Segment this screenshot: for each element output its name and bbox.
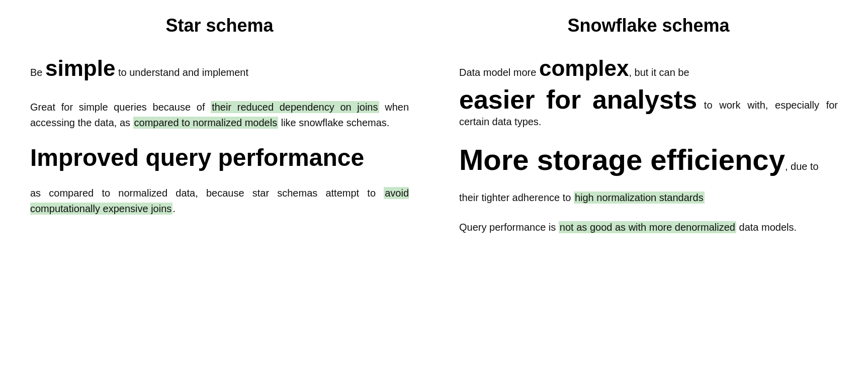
snowflake-block3-text: their tighter adherence to high normaliz… <box>459 190 838 206</box>
star-schema-column: Star schema Be simple to understand and … <box>0 0 434 377</box>
star-block2-after: like snowflake schemas. <box>278 117 389 128</box>
star-block1-emphasis: simple <box>45 56 115 80</box>
star-block2-highlight1: their reduced dependency on joins <box>211 101 379 113</box>
snowflake-block2-suffix: , due to <box>785 161 819 172</box>
star-block4-after: . <box>172 203 176 214</box>
star-block2-highlight2: compared to normalized models <box>133 117 279 129</box>
snowflake-section-3: their tighter adherence to high normaliz… <box>459 190 838 206</box>
snowflake-block1-text: Data model more complex, but it can be e… <box>459 51 838 130</box>
snowflake-section-2: More storage efficiency, due to <box>459 144 838 176</box>
snowflake-block1-emphasis: complex <box>539 56 629 80</box>
snowflake-block4-highlight: not as good as with more denormalized <box>559 221 736 233</box>
snowflake-block4-after: data models. <box>736 222 797 233</box>
snowflake-block3-highlight: high normalization standards <box>574 192 705 204</box>
star-block2-text: Great for simple queries because of thei… <box>30 100 409 131</box>
snowflake-block1-suffix: , but it can be <box>629 67 689 78</box>
star-block4-text: as compared to normalized data, because … <box>30 185 409 217</box>
star-schema-title: Star schema <box>30 15 409 36</box>
star-section-2: Great for simple queries because of thei… <box>30 100 409 131</box>
snowflake-block1b-emphasis: easier for analysts <box>459 85 697 114</box>
snowflake-block3-before: their tighter adherence to <box>459 192 574 203</box>
snowflake-block4-before: Query performance is <box>459 222 559 233</box>
snowflake-schema-column: Snowflake schema Data model more complex… <box>434 0 868 377</box>
snowflake-block2-heading: More storage efficiency <box>459 143 785 176</box>
star-block2-before: Great for simple queries because of <box>30 102 211 113</box>
main-container: Star schema Be simple to understand and … <box>0 0 868 377</box>
snowflake-block4-text: Query performance is not as good as with… <box>459 220 838 235</box>
star-block4-before: as compared to normalized data, because … <box>30 187 384 199</box>
snowflake-block1-prefix: Data model more <box>459 67 539 78</box>
star-section-4: as compared to normalized data, because … <box>30 185 409 217</box>
snowflake-section-4: Query performance is not as good as with… <box>459 220 838 235</box>
snowflake-section-1: Data model more complex, but it can be e… <box>459 51 838 130</box>
snowflake-block2-text: More storage efficiency, due to <box>459 144 838 176</box>
star-section-1: Be simple to understand and implement <box>30 51 409 85</box>
star-block1-suffix: to understand and implement <box>115 67 248 78</box>
star-block1-text: Be simple to understand and implement <box>30 51 409 85</box>
star-block3-heading: Improved query performance <box>30 145 409 171</box>
star-section-3: Improved query performance <box>30 145 409 171</box>
snowflake-schema-title: Snowflake schema <box>459 15 838 36</box>
star-block1-prefix: Be <box>30 67 45 78</box>
